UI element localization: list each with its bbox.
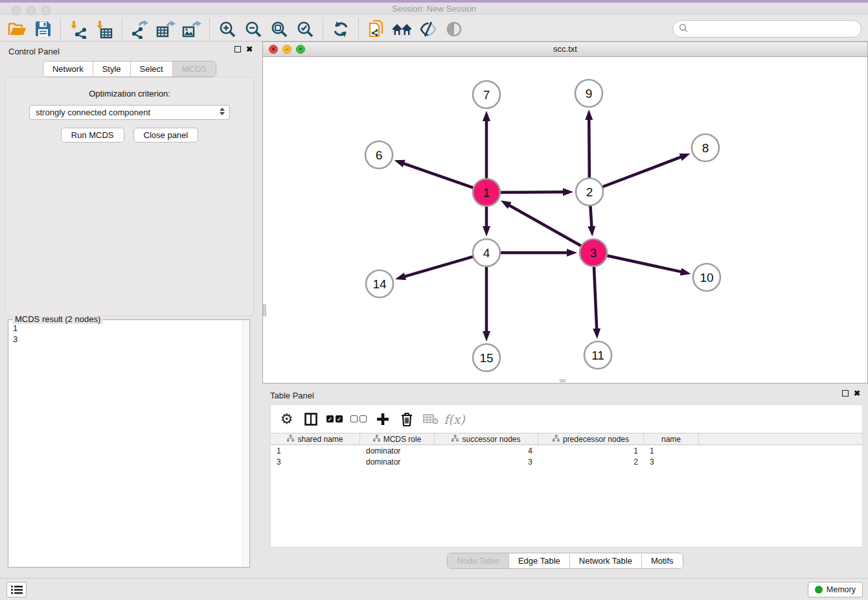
bird-view-icon[interactable]: [441, 18, 467, 40]
table-tab-edge-table[interactable]: Edge Table: [508, 553, 569, 568]
column-header-shared-name[interactable]: shared name: [271, 433, 360, 444]
tab-select[interactable]: Select: [130, 62, 172, 76]
table-tab-motifs[interactable]: Motifs: [641, 553, 683, 568]
graph-node-label: 14: [372, 277, 387, 291]
graph-edge-2-8[interactable]: [601, 156, 683, 187]
search-input[interactable]: [692, 24, 861, 34]
zoom-in-icon[interactable]: [214, 18, 240, 40]
zoom-selected-icon[interactable]: [292, 18, 318, 40]
table-cell[interactable]: 3: [435, 457, 538, 467]
graph-edge-arrowhead: [563, 188, 573, 196]
add-column-icon[interactable]: [372, 410, 393, 429]
column-header-MCDS-role[interactable]: MCDS role: [360, 433, 435, 444]
hide-graphics-details-icon[interactable]: [415, 18, 441, 40]
show-all-networks-icon[interactable]: [389, 18, 415, 40]
task-history-button[interactable]: [6, 582, 27, 597]
tab-style[interactable]: Style: [93, 62, 130, 76]
graph-edge-1-2[interactable]: [499, 192, 565, 192]
import-table-icon[interactable]: [91, 18, 117, 40]
network-canvas[interactable]: 7968124314101511: [263, 57, 867, 383]
network-window-titlebar[interactable]: ✕ − + scc.txt: [263, 42, 867, 57]
graph-edge-3-11[interactable]: [594, 265, 597, 331]
graph-edge-arrowhead: [483, 111, 490, 121]
column-header-predecessor-nodes[interactable]: predecessor nodes: [538, 433, 644, 444]
zoom-fit-icon[interactable]: [266, 18, 292, 40]
criterion-dropdown[interactable]: strongly connected component: [29, 105, 230, 120]
table-cell[interactable]: 1: [644, 446, 699, 456]
graph-edge-3-10[interactable]: [606, 255, 683, 272]
tab-network[interactable]: Network: [43, 62, 93, 76]
zoom-out-icon[interactable]: [240, 18, 266, 40]
mcds-result-text[interactable]: 13: [10, 323, 242, 566]
node-table: shared nameMCDS rolesuccessor nodesprede…: [271, 433, 862, 467]
toolbar-separator: [122, 19, 122, 40]
search-icon: [679, 23, 688, 35]
table-cell[interactable]: 1: [538, 446, 644, 456]
float-panel-icon[interactable]: [842, 390, 849, 397]
search-field[interactable]: [672, 20, 862, 38]
graph-node-label: 1: [483, 186, 490, 200]
network-graph[interactable]: 7968124314101511: [263, 57, 867, 383]
table-tab-network-table[interactable]: Network Table: [569, 553, 641, 568]
table-cell[interactable]: 3: [271, 457, 360, 467]
control-panel: Control Panel ✖ NetworkStyleSelectMCDS O…: [0, 41, 259, 578]
split-view-icon[interactable]: [300, 410, 321, 429]
graph-edge-4-14[interactable]: [403, 256, 475, 277]
column-header-name[interactable]: name: [644, 433, 699, 444]
network-minimize-icon[interactable]: −: [282, 45, 291, 54]
table-row[interactable]: 1dominator411: [271, 445, 862, 456]
export-image-icon[interactable]: [179, 18, 205, 40]
tab-mcds[interactable]: MCDS: [172, 62, 216, 76]
delete-column-icon[interactable]: [396, 410, 417, 429]
graph-edge-2-3[interactable]: [590, 204, 591, 229]
splitter-handle[interactable]: [560, 379, 565, 382]
graph-node-label: 11: [591, 349, 604, 362]
open-session-icon[interactable]: [4, 18, 30, 40]
select-all-icon[interactable]: ✓✓: [324, 410, 345, 429]
toolbar-separator: [60, 19, 61, 40]
export-table-icon[interactable]: [153, 18, 179, 40]
hierarchy-icon: [451, 435, 459, 444]
result-scrollbar[interactable]: [242, 321, 249, 566]
table-cell[interactable]: dominator: [360, 457, 435, 467]
table-cell[interactable]: 1: [271, 446, 360, 456]
delete-table-icon[interactable]: [420, 410, 441, 429]
graph-edge-3-1[interactable]: [507, 204, 582, 247]
table-cell[interactable]: 2: [538, 457, 644, 467]
graph-edge-arrowhead: [585, 110, 593, 120]
table-settings-icon[interactable]: ⚙: [276, 410, 297, 429]
export-network-icon[interactable]: [127, 18, 153, 40]
graph-node-label: 3: [590, 246, 597, 260]
table-cell[interactable]: dominator: [360, 446, 435, 456]
float-panel-icon[interactable]: [234, 46, 241, 52]
column-header-successor-nodes[interactable]: successor nodes: [435, 433, 538, 444]
table-panel: Table Panel ✖ ⚙ ✓✓: [262, 386, 868, 578]
table-header-row[interactable]: shared nameMCDS rolesuccessor nodesprede…: [271, 433, 862, 445]
table-cell[interactable]: 3: [644, 457, 699, 467]
run-mcds-button[interactable]: Run MCDS: [61, 128, 124, 143]
result-line: 1: [13, 323, 242, 334]
toolbar-separator: [323, 19, 323, 40]
table-row[interactable]: 3dominator323: [271, 456, 862, 467]
memory-button[interactable]: Memory: [808, 582, 863, 597]
close-panel-icon[interactable]: ✖: [854, 390, 860, 397]
splitter-handle[interactable]: [263, 305, 266, 316]
apply-layout-icon[interactable]: [328, 18, 354, 40]
graph-edge-2-9[interactable]: [589, 117, 589, 179]
clone-network-icon[interactable]: [363, 18, 389, 40]
close-panel-icon[interactable]: ✖: [246, 46, 253, 52]
dropdown-stepper-icon: [220, 108, 225, 115]
close-panel-button[interactable]: Close panel: [133, 128, 199, 143]
function-builder-icon[interactable]: f(x): [444, 410, 465, 429]
deselect-all-icon[interactable]: [348, 410, 369, 429]
import-network-icon[interactable]: [65, 18, 91, 40]
column-header-label: predecessor nodes: [563, 435, 629, 444]
table-cell[interactable]: 4: [435, 446, 538, 456]
graph-edge-1-6[interactable]: [402, 163, 475, 189]
table-tab-node-table[interactable]: Node Table: [448, 553, 508, 568]
memory-status-icon: [815, 586, 823, 594]
mcds-tab-content: Optimization criterion: strongly connect…: [5, 77, 254, 316]
network-close-icon[interactable]: ✕: [269, 45, 278, 54]
network-maximize-icon[interactable]: +: [296, 45, 305, 54]
save-session-icon[interactable]: [30, 18, 56, 40]
